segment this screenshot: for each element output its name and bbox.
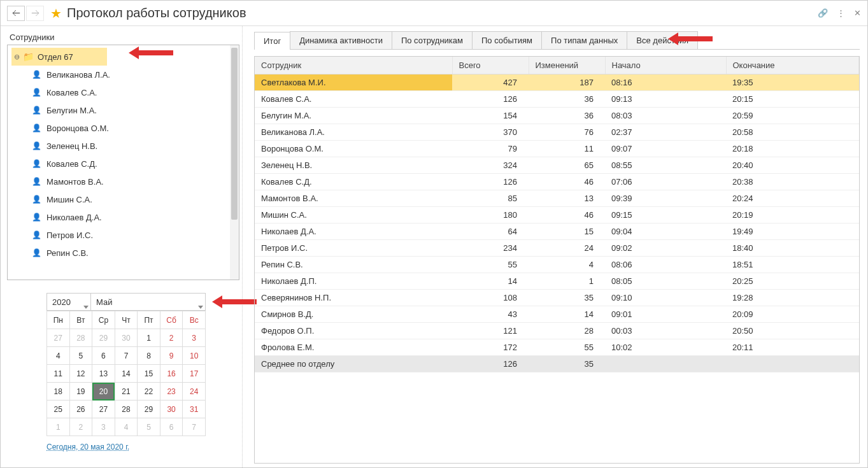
calendar-day[interactable]: 28 — [115, 401, 138, 418]
table-summary-row[interactable]: Среднее по отделу12635 — [255, 356, 859, 372]
calendar-day[interactable]: 31 — [183, 401, 206, 418]
calendar-day[interactable]: 7 — [183, 418, 206, 436]
table-row[interactable]: Зеленец Н.В.3246508:5520:40 — [255, 157, 859, 174]
close-icon[interactable]: ✕ — [854, 8, 861, 18]
table-row[interactable]: Ковалев С.Д.1264607:0620:38 — [255, 174, 859, 190]
tree-employee[interactable]: 👤Мишин С.А. — [11, 190, 239, 208]
col-employee[interactable]: Сотрудник — [255, 57, 452, 74]
calendar-day[interactable]: 28 — [69, 329, 92, 347]
calendar-day[interactable]: 27 — [92, 401, 115, 418]
tree-employee[interactable]: 👤Великанова Л.А. — [11, 66, 239, 83]
col-end[interactable]: Окончание — [726, 57, 859, 74]
calendar-day[interactable]: 1 — [47, 418, 70, 436]
calendar-day[interactable]: 5 — [69, 347, 92, 365]
nav-back-button[interactable]: 🡠 — [7, 6, 25, 21]
tab-0[interactable]: Итог — [254, 32, 290, 50]
table-row[interactable]: Смирнов В.Д.431409:0120:09 — [255, 306, 859, 323]
calendar-year-select[interactable]: 2020 — [46, 293, 91, 311]
cell-start: 08:03 — [605, 108, 726, 124]
calendar-day[interactable]: 14 — [115, 365, 138, 383]
calendar-day[interactable]: 9 — [160, 347, 183, 365]
calendar-day[interactable]: 29 — [92, 329, 115, 347]
calendar-day[interactable]: 4 — [115, 418, 138, 436]
tree-department[interactable]: ⊖ 📁 Отдел 67 — [11, 48, 107, 66]
tab-3[interactable]: По событиям — [472, 31, 542, 49]
cell-total: 126 — [452, 174, 529, 190]
calendar-day[interactable]: 15 — [138, 365, 160, 383]
calendar-day[interactable]: 4 — [47, 347, 70, 365]
calendar-day[interactable]: 11 — [47, 365, 70, 383]
calendar-day[interactable]: 26 — [69, 401, 92, 418]
calendar-grid[interactable]: ПнВтСрЧтПтСбВс 2728293012345678910111213… — [46, 311, 206, 436]
tree-employee[interactable]: 👤Ковалев С.Д. — [11, 155, 239, 173]
calendar-month-select[interactable]: Май — [91, 293, 206, 311]
table-row[interactable]: Мамонтов В.А.851309:3920:24 — [255, 190, 859, 207]
calendar-day[interactable]: 1 — [138, 329, 160, 347]
calendar-day[interactable]: 5 — [138, 418, 160, 436]
col-changes[interactable]: Изменений — [529, 57, 605, 74]
table-row[interactable]: Фролова Е.М.1725510:0220:11 — [255, 339, 859, 356]
calendar-day[interactable]: 2 — [69, 418, 92, 436]
today-link[interactable]: Сегодня, 20 мая 2020 г. — [46, 443, 129, 451]
calendar-day[interactable]: 21 — [115, 383, 138, 401]
tree-employee[interactable]: 👤Мамонтов В.А. — [11, 173, 239, 190]
summary-table[interactable]: Сотрудник Всего Изменений Начало Окончан… — [255, 57, 859, 372]
table-row[interactable]: Николаев Д.А.641509:0419:49 — [255, 223, 859, 240]
table-row[interactable]: Воронцова О.М.791109:0720:18 — [255, 141, 859, 157]
calendar-day[interactable]: 30 — [160, 401, 183, 418]
table-row[interactable]: Репин С.В.55408:0618:51 — [255, 257, 859, 273]
calendar-day[interactable]: 17 — [183, 365, 206, 383]
employee-tree[interactable]: ⊖ 📁 Отдел 67 👤Великанова Л.А.👤Ковалев С.… — [7, 45, 239, 280]
calendar-day[interactable]: 30 — [115, 329, 138, 347]
calendar-day[interactable]: 12 — [69, 365, 92, 383]
tree-employee[interactable]: 👤Воронцова О.М. — [11, 119, 239, 137]
table-row[interactable]: Петров И.С.2342409:0218:40 — [255, 240, 859, 257]
tree-employee[interactable]: 👤Петров И.С. — [11, 226, 239, 244]
calendar-day[interactable]: 24 — [183, 383, 206, 401]
calendar-day[interactable]: 18 — [47, 383, 70, 401]
tree-employee[interactable]: 👤Зеленец Н.В. — [11, 137, 239, 155]
collapse-icon[interactable]: ⊖ — [13, 53, 20, 61]
calendar-day[interactable]: 6 — [160, 418, 183, 436]
calendar-day[interactable]: 13 — [92, 365, 115, 383]
col-start[interactable]: Начало — [605, 57, 726, 74]
calendar-day[interactable]: 23 — [160, 383, 183, 401]
more-menu-icon[interactable]: ⋮ — [837, 8, 845, 18]
col-total[interactable]: Всего — [452, 57, 529, 74]
calendar-day[interactable]: 22 — [138, 383, 160, 401]
tree-employee[interactable]: 👤Белугин М.А. — [11, 101, 239, 119]
tree-employee[interactable]: 👤Репин С.В. — [11, 244, 239, 262]
cell-changes: 4 — [529, 257, 605, 273]
calendar-day[interactable]: 6 — [92, 347, 115, 365]
table-row[interactable]: Федоров О.П.1212800:0320:50 — [255, 323, 859, 339]
tree-scrollbar[interactable] — [230, 45, 239, 280]
calendar-day[interactable]: 29 — [138, 401, 160, 418]
table-row[interactable]: Мишин С.А.1804609:1520:19 — [255, 207, 859, 223]
tree-employee[interactable]: 👤Николаев Д.А. — [11, 208, 239, 226]
tab-2[interactable]: По сотрудникам — [392, 31, 473, 49]
calendar-day[interactable]: 8 — [138, 347, 160, 365]
tree-employee[interactable]: 👤Ковалев С.А. — [11, 83, 239, 101]
table-row[interactable]: Великанова Л.А.3707602:3720:58 — [255, 124, 859, 141]
cell-start — [605, 356, 726, 372]
table-row[interactable]: Ковалев С.А.1263609:1320:15 — [255, 91, 859, 108]
favorite-star-icon[interactable]: ★ — [50, 6, 62, 21]
calendar-day[interactable]: 3 — [183, 329, 206, 347]
calendar-day[interactable]: 2 — [160, 329, 183, 347]
calendar-day[interactable]: 25 — [47, 401, 70, 418]
calendar-day[interactable]: 16 — [160, 365, 183, 383]
table-row[interactable]: Северянинов Н.П.1083509:1019:28 — [255, 290, 859, 306]
tab-4[interactable]: По типам данных — [541, 31, 627, 49]
table-row[interactable]: Белугин М.А.1543608:0320:59 — [255, 108, 859, 124]
table-row[interactable]: Светлакова М.И.42718708:1619:35 — [255, 74, 859, 91]
calendar-day[interactable]: 20 — [92, 383, 115, 401]
link-icon[interactable]: 🔗 — [818, 8, 828, 18]
calendar-day[interactable]: 19 — [69, 383, 92, 401]
calendar-day[interactable]: 7 — [115, 347, 138, 365]
calendar-day[interactable]: 10 — [183, 347, 206, 365]
tab-1[interactable]: Динамика активности — [290, 31, 392, 49]
table-row[interactable]: Николаев Д.П.14108:0520:25 — [255, 273, 859, 290]
calendar-day[interactable]: 27 — [47, 329, 70, 347]
calendar-day[interactable]: 3 — [92, 418, 115, 436]
cell-end: 20:19 — [726, 207, 859, 223]
